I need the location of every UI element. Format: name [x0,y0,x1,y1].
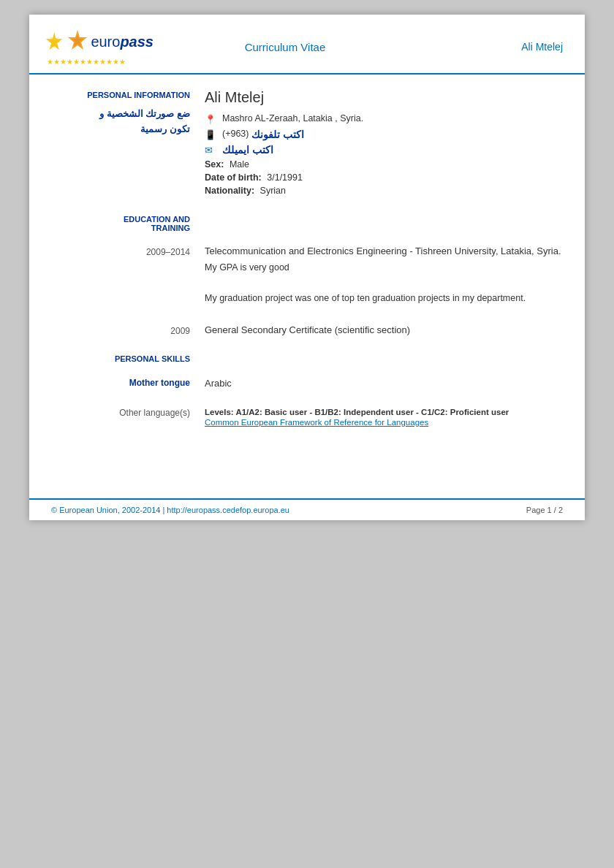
education-label: EDUCATION ANDTRAINING [44,213,205,232]
footer: © European Union, 2002-2014 | http://eur… [29,498,585,520]
education-item-2: 2009 General Secondary Certificate (scie… [44,324,563,340]
mother-tongue-text: Arabic [205,376,563,389]
cefr-link[interactable]: Common European Framework of Reference f… [205,418,563,427]
other-languages-content: Levels: A1/A2: Basic user - B1/B2: Indep… [205,402,563,427]
header: europass ★★★★★★★★★★★★ Curriculum Vitae A… [29,15,585,75]
phone-line: 📱 (+963) اكتب تلفونك [205,129,563,140]
other-languages-label: Other language(s) [44,402,205,427]
address-line: 📍 Mashro AL-Zeraah, Latakia , Syria. [205,113,563,125]
cv-page: europass ★★★★★★★★★★★★ Curriculum Vitae A… [29,15,585,520]
edu-content-2: General Secondary Certificate (scientifi… [205,324,563,340]
logo-wordmark: europass [91,34,154,50]
svg-marker-1 [48,34,60,48]
phone-arabic: اكتب تلفونك [251,129,304,140]
mother-tongue-value: Arabic [205,376,563,389]
personal-info-content: Ali Mtelej 📍 Mashro AL-Zeraah, Latakia ,… [205,89,563,199]
email-arabic: اكتب ايميلك [222,144,273,156]
mother-tongue-row: Mother tongue Arabic [44,376,563,389]
email-line: ✉ اكتب ايميلك [205,144,563,156]
logo-area: europass ★★★★★★★★★★★★ [44,28,154,66]
logo-star-icon [44,28,64,56]
footer-copyright: © European Union, 2002-2014 | http://eur… [51,506,289,514]
personal-skills-label: PERSONAL SKILLS [44,353,205,363]
nationality-line: Nationality: Syrian [205,186,563,196]
email-icon: ✉ [205,145,219,156]
arabic-label-2: تكون رسمية [44,122,190,137]
edu-desc-1a: My GPA is very good [205,261,563,275]
mother-tongue-label: Mother tongue [44,376,205,389]
edu-title-2: General Secondary Certificate (scientifi… [205,324,563,335]
location-icon: 📍 [205,114,219,125]
edu-content-1: Telecommunication and Electronics Engine… [205,245,563,311]
header-person-name: Ali Mtelej [417,41,563,53]
phone-icon: 📱 [205,129,219,140]
education-content [205,213,563,232]
personal-info-label: PERSONAL INFORMATION ضع صورتك الشخصية و … [44,89,205,199]
europass-logo: europass ★★★★★★★★★★★★ [44,28,154,66]
sex-line: Sex: Male [205,159,563,170]
edu-date-2: 2009 [44,324,205,340]
content: PERSONAL INFORMATION ضع صورتك الشخصية و … [29,75,585,454]
header-center: Curriculum Vitae [154,41,417,53]
edu-title-1: Telecommunication and Electronics Engine… [205,245,563,256]
personal-skills-content [205,353,563,363]
person-name: Ali Mtelej [205,89,563,106]
cv-title: Curriculum Vitae [245,41,326,53]
education-item-1: 2009–2014 Telecommunication and Electron… [44,245,563,311]
other-languages-row: Other language(s) Levels: A1/A2: Basic u… [44,402,563,427]
personal-info-section: PERSONAL INFORMATION ضع صورتك الشخصية و … [44,89,563,199]
star-burst-icon [64,28,91,55]
lang-note: Levels: A1/A2: Basic user - B1/B2: Indep… [205,408,563,416]
edu-desc-1b: My graduation project was one of top ten… [205,292,563,305]
education-section-header: EDUCATION ANDTRAINING [44,213,563,232]
personal-skills-section: PERSONAL SKILLS [44,353,563,363]
dob-line: Date of birth: 3/1/1991 [205,172,563,183]
footer-page: Page 1 / 2 [526,506,563,514]
arabic-label-1: ضع صورتك الشخصية و [44,107,190,122]
edu-date-1: 2009–2014 [44,245,205,311]
